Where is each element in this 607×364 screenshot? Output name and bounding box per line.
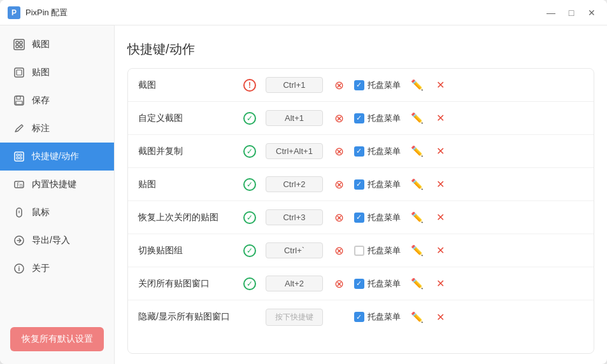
svg-rect-10 xyxy=(15,152,24,161)
window-title: PixPin 配置 xyxy=(25,7,543,18)
builtin-icon: Fn xyxy=(13,178,25,191)
remove-button[interactable]: ✕ xyxy=(429,209,452,226)
shortcut-key[interactable]: Alt+2 xyxy=(259,276,329,291)
tray-menu-toggle[interactable]: 托盘菜单 xyxy=(348,80,406,91)
delete-shortcut-button[interactable]: ⊗ xyxy=(329,144,348,158)
warning-icon: ! xyxy=(243,79,256,92)
edit-icon[interactable]: ✏️ xyxy=(408,176,426,193)
tray-checkbox[interactable] xyxy=(354,246,364,256)
sidebar-item-about[interactable]: i 关于 xyxy=(0,255,114,283)
sidebar-item-save[interactable]: 保存 xyxy=(0,87,114,115)
tray-menu-toggle[interactable]: 托盘菜单 xyxy=(348,311,406,323)
shortcut-key[interactable]: 按下快捷键 xyxy=(259,309,329,326)
status-icon: ✓ xyxy=(240,145,259,158)
remove-icon[interactable]: ✕ xyxy=(434,176,447,193)
table-row: 截图!Ctrl+1⊗托盘菜单✏️✕ xyxy=(128,69,594,102)
maximize-button[interactable]: □ xyxy=(564,5,579,20)
delete-shortcut-button[interactable]: ⊗ xyxy=(329,178,348,192)
edit-button[interactable]: ✏️ xyxy=(406,275,429,292)
clear-shortcut-icon[interactable]: ⊗ xyxy=(332,244,346,258)
remove-icon[interactable]: ✕ xyxy=(434,143,447,160)
tray-checkbox[interactable] xyxy=(354,179,364,190)
edit-button[interactable]: ✏️ xyxy=(406,309,429,326)
sidebar-item-builtin[interactable]: Fn 内置快捷键 xyxy=(0,171,114,199)
shortcut-key[interactable]: Ctrl+2 xyxy=(259,176,329,192)
shortcut-key[interactable]: Ctrl+1 xyxy=(259,77,329,93)
remove-button[interactable]: ✕ xyxy=(429,176,452,193)
tray-menu-toggle[interactable]: 托盘菜单 xyxy=(348,113,406,124)
sidebar-item-annotate[interactable]: 标注 xyxy=(0,115,114,143)
tray-menu-toggle[interactable]: 托盘菜单 xyxy=(348,278,406,290)
edit-button[interactable]: ✏️ xyxy=(406,109,429,127)
delete-shortcut-button[interactable]: ⊗ xyxy=(329,244,348,258)
mouse-icon xyxy=(13,206,25,219)
clear-shortcut-icon[interactable]: ⊗ xyxy=(332,178,346,192)
clear-shortcut-icon[interactable]: ⊗ xyxy=(332,277,346,291)
restore-defaults-button[interactable]: 恢复所有默认设置 xyxy=(10,327,104,351)
remove-button[interactable]: ✕ xyxy=(429,76,452,94)
shortcut-name: 隐藏/显示所有贴图窗口 xyxy=(138,311,240,323)
tray-checkbox[interactable] xyxy=(354,279,364,289)
delete-shortcut-button[interactable]: ⊗ xyxy=(329,211,348,225)
sidebar-item-export[interactable]: 导出/导入 xyxy=(0,227,114,255)
clear-shortcut-icon[interactable]: ⊗ xyxy=(332,78,346,92)
close-button[interactable]: ✕ xyxy=(584,5,599,20)
remove-icon[interactable]: ✕ xyxy=(434,275,447,292)
clear-shortcut-icon[interactable]: ⊗ xyxy=(332,111,346,125)
edit-icon[interactable]: ✏️ xyxy=(408,109,426,127)
sticker-icon xyxy=(13,66,25,79)
edit-icon[interactable]: ✏️ xyxy=(408,275,426,292)
edit-icon[interactable]: ✏️ xyxy=(408,309,426,326)
delete-shortcut-button[interactable]: ⊗ xyxy=(329,78,348,92)
sidebar-item-screenshot[interactable]: 截图 xyxy=(0,31,114,59)
remove-button[interactable]: ✕ xyxy=(429,242,452,259)
tray-menu-toggle[interactable]: 托盘菜单 xyxy=(348,179,406,190)
clear-shortcut-icon[interactable]: ⊗ xyxy=(332,144,346,158)
remove-icon[interactable]: ✕ xyxy=(434,309,447,326)
ok-icon: ✓ xyxy=(243,145,256,158)
remove-icon[interactable]: ✕ xyxy=(434,76,447,94)
remove-button[interactable]: ✕ xyxy=(429,275,452,292)
remove-button[interactable]: ✕ xyxy=(429,109,452,127)
tray-checkbox[interactable] xyxy=(354,80,364,90)
remove-icon[interactable]: ✕ xyxy=(434,109,447,127)
edit-button[interactable]: ✏️ xyxy=(406,76,429,94)
minimize-button[interactable]: — xyxy=(543,5,559,20)
tray-menu-toggle[interactable]: 托盘菜单 xyxy=(348,245,406,256)
shortcut-key[interactable]: Alt+1 xyxy=(259,110,329,126)
shortcuts-table: 截图!Ctrl+1⊗托盘菜单✏️✕自定义截图✓Alt+1⊗托盘菜单✏️✕截图并复… xyxy=(127,68,594,354)
tray-menu-toggle[interactable]: 托盘菜单 xyxy=(348,146,406,157)
edit-button[interactable]: ✏️ xyxy=(406,143,429,160)
sidebar-item-screenshot-label: 截图 xyxy=(32,39,50,50)
shortcut-key[interactable]: Ctrl+Alt+1 xyxy=(259,143,329,159)
edit-button[interactable]: ✏️ xyxy=(406,209,429,226)
edit-icon[interactable]: ✏️ xyxy=(408,143,426,160)
edit-icon[interactable]: ✏️ xyxy=(408,209,426,226)
svg-rect-2 xyxy=(20,41,22,44)
edit-icon[interactable]: ✏️ xyxy=(408,76,426,94)
tray-checkbox[interactable] xyxy=(354,113,364,123)
app-logo xyxy=(8,6,20,19)
edit-button[interactable]: ✏️ xyxy=(406,176,429,193)
edit-button[interactable]: ✏️ xyxy=(406,242,429,259)
delete-shortcut-button[interactable]: ⊗ xyxy=(329,111,348,125)
remove-button[interactable]: ✕ xyxy=(429,143,452,160)
sidebar-item-shortcuts[interactable]: 快捷键/动作 xyxy=(0,143,114,171)
sidebar-item-mouse[interactable]: 鼠标 xyxy=(0,199,114,227)
tray-menu-toggle[interactable]: 托盘菜单 xyxy=(348,212,406,223)
clear-shortcut-icon[interactable]: ⊗ xyxy=(332,211,346,225)
svg-rect-11 xyxy=(17,154,18,156)
sidebar-item-sticker[interactable]: 贴图 xyxy=(0,59,114,87)
table-row: 隐藏/显示所有贴图窗口按下快捷键托盘菜单✏️✕ xyxy=(128,300,594,333)
table-row: 切换贴图组✓Ctrl+`⊗托盘菜单✏️✕ xyxy=(128,234,594,267)
edit-icon[interactable]: ✏️ xyxy=(408,242,426,259)
shortcut-key[interactable]: Ctrl+3 xyxy=(259,209,329,225)
remove-icon[interactable]: ✕ xyxy=(434,209,447,226)
shortcut-key[interactable]: Ctrl+` xyxy=(259,242,329,258)
tray-checkbox[interactable] xyxy=(354,146,364,157)
tray-checkbox[interactable] xyxy=(354,312,364,322)
delete-shortcut-button[interactable]: ⊗ xyxy=(329,277,348,291)
tray-checkbox[interactable] xyxy=(354,213,364,223)
remove-icon[interactable]: ✕ xyxy=(434,242,447,259)
remove-button[interactable]: ✕ xyxy=(429,309,452,326)
